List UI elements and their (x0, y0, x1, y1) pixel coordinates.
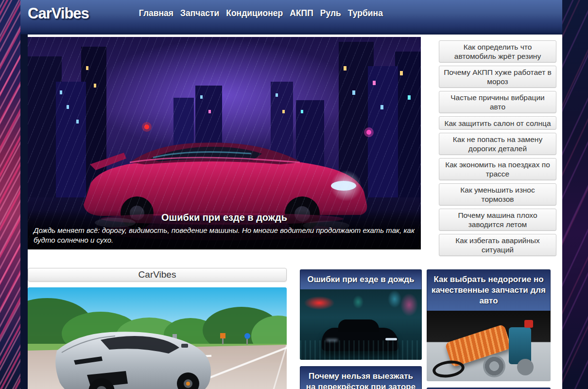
blue-oil-jug (509, 327, 531, 364)
sidebar-link-highway-savings[interactable]: Как экономить на поездках по трассе (439, 158, 556, 180)
article-card: Ошибки при езде в дождь (300, 269, 422, 360)
background-speed-streaks-right (562, 0, 588, 389)
widget-title-bar: CarVibes (28, 268, 287, 282)
card-title-cheap-parts[interactable]: Как выбрать недорогие но качественные за… (427, 269, 551, 311)
card-title-intersection-jam[interactable]: Почему нельзя выезжать на перекрёсток пр… (300, 366, 422, 389)
background-speed-streaks-left (0, 0, 20, 389)
sidebar-link-avoid-accidents[interactable]: Как избегать аварийных ситуаций (439, 234, 556, 256)
article-card: Почему нельзя выезжать на перекрёсток пр… (300, 366, 422, 389)
sidebar-article-list: Как определить что автомобиль жрёт резин… (439, 37, 556, 259)
content-area: Ошибки при езде в дождь Дождь меняет всё… (28, 35, 562, 389)
site-header: CarVibes Главная Запчасти Кондиционер АК… (20, 0, 562, 35)
hero-subtitle: Дождь меняет всё: дорогу, видимость, пов… (34, 226, 415, 245)
content-left-border (20, 35, 28, 389)
nav-item-air-conditioner[interactable]: Кондиционер (223, 8, 286, 18)
silver-car-highway-image (28, 287, 287, 389)
nav-item-home[interactable]: Главная (136, 8, 177, 18)
sidebar-link-expensive-parts[interactable]: Как не попасть на замену дорогих деталей (439, 133, 556, 155)
card-title-rain-driving[interactable]: Ошибки при езде в дождь (300, 269, 422, 289)
black-wires (432, 359, 466, 380)
nav-item-steering[interactable]: Руль (317, 8, 345, 18)
sidebar-link-summer-start[interactable]: Почему машина плохо заводится летом (439, 209, 556, 231)
article-card: Как выбрать недорогие но качественные за… (427, 269, 551, 381)
site-logo[interactable]: CarVibes (28, 5, 89, 22)
sidebar-link-vibration-causes[interactable]: Частые причины вибрации авто (439, 91, 556, 113)
page-wrapper: CarVibes Главная Запчасти Кондиционер АК… (20, 0, 562, 389)
hero-title: Ошибки при езде в дождь (34, 212, 415, 223)
hero-caption: Ошибки при езде в дождь Дождь меняет всё… (28, 210, 421, 249)
right-column: Как выбрать недорогие но качественные за… (427, 269, 551, 389)
sidebar-link-interior-sun[interactable]: Как защитить салон от солнца (439, 116, 556, 130)
nav-item-spare-parts[interactable]: Запчасти (177, 8, 223, 18)
nav-item-akpp[interactable]: АКПП (286, 8, 316, 18)
middle-column: Ошибки при езде в дождь Почему нельзя вы… (300, 269, 422, 389)
sidebar-link-akpp-frost[interactable]: Почему АКПП хуже работает в мороз (439, 66, 556, 88)
card-image-black-car-rainy-street[interactable] (300, 289, 422, 360)
sidebar-link-brake-wear[interactable]: Как уменьшить износ тормозов (439, 183, 556, 206)
hero-article-link[interactable]: Ошибки при езде в дождь Дождь меняет всё… (28, 37, 421, 249)
metal-pulley (483, 355, 505, 377)
main-nav: Главная Запчасти Кондиционер АКПП Руль Т… (136, 8, 386, 18)
article-image-silver-car-highway[interactable] (28, 287, 287, 389)
card-image-spare-parts[interactable] (427, 311, 551, 381)
sidebar-link-tire-wear[interactable]: Как определить что автомобиль жрёт резин… (439, 40, 556, 63)
car-headlights (385, 338, 397, 340)
left-column: CarVibes (28, 268, 287, 389)
nav-item-turbine[interactable]: Турбина (345, 8, 386, 18)
